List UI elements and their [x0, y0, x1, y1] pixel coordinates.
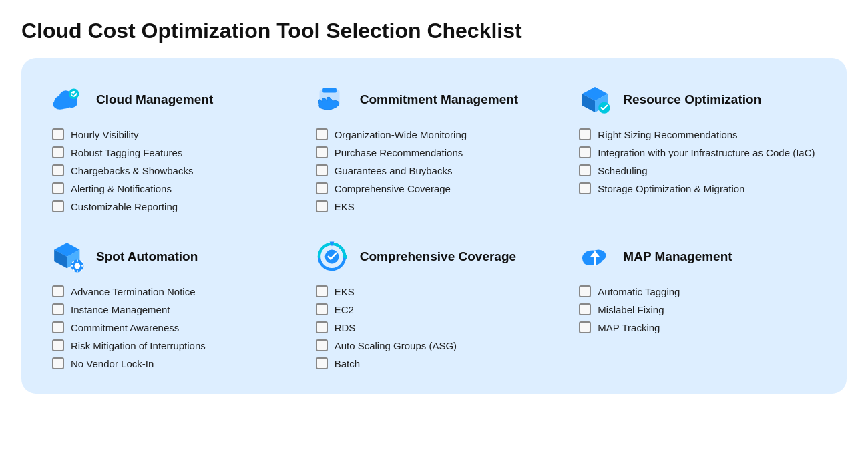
checkbox[interactable]	[52, 339, 64, 351]
page-title: Cloud Cost Optimization Tool Selection C…	[21, 19, 847, 43]
checklist-item-label: Alerting & Notifications	[71, 182, 172, 196]
section-title-cloud-management: Cloud Management	[96, 92, 213, 107]
map-icon	[576, 238, 614, 275]
checklist-item-label: Storage Optimization & Migration	[598, 182, 744, 196]
checklist-commitment-management: Organization-Wide MonitoringPurchase Rec…	[313, 128, 556, 214]
checklist-item-label: EKS	[335, 200, 355, 214]
checklist-item-label: Auto Scaling Groups (ASG)	[335, 339, 457, 353]
checklist-item-label: Risk Mitigation of Interruptions	[71, 339, 206, 353]
checklist-item-label: Advance Termination Notice	[71, 285, 196, 299]
list-item: RDS	[316, 321, 556, 335]
checklist-spot-automation: Advance Termination NoticeInstance Manag…	[49, 285, 292, 371]
checklist-item-label: Hourly Visibility	[71, 128, 138, 142]
list-item: Storage Optimization & Migration	[579, 182, 819, 196]
checklist-item-label: Integration with your Infrastructure as …	[598, 146, 815, 160]
checkbox[interactable]	[316, 182, 328, 194]
checklist-item-label: RDS	[335, 321, 356, 335]
list-item: Right Sizing Recommendations	[579, 128, 819, 142]
checkbox[interactable]	[579, 182, 591, 194]
checklist-cloud-management: Hourly VisibilityRobust Tagging Features…	[49, 128, 292, 214]
checklist-item-label: Right Sizing Recommendations	[598, 128, 737, 142]
checklist-item-label: Chargebacks & Showbacks	[71, 164, 193, 178]
checklist-item-label: Organization-Wide Monitoring	[335, 128, 467, 142]
section-title-map-management: MAP Management	[623, 249, 732, 264]
checkbox[interactable]	[316, 357, 328, 369]
list-item: Advance Termination Notice	[52, 285, 292, 299]
checklist-item-label: Batch	[335, 357, 360, 371]
section-comprehensive-coverage: Comprehensive CoverageEKSEC2RDSAuto Scal…	[306, 234, 562, 375]
checklist-item-label: EC2	[335, 303, 354, 317]
list-item: Organization-Wide Monitoring	[316, 128, 556, 142]
svg-rect-23	[81, 265, 83, 267]
list-item: Mislabel Fixing	[579, 303, 819, 317]
checklist-item-label: Robust Tagging Features	[71, 146, 182, 160]
list-item: EKS	[316, 285, 556, 299]
section-title-resource-optimization: Resource Optimization	[623, 92, 761, 107]
checkbox[interactable]	[52, 321, 64, 333]
checkbox[interactable]	[316, 128, 328, 140]
checkbox[interactable]	[52, 128, 64, 140]
checklist-item-label: Automatic Tagging	[598, 285, 680, 299]
svg-rect-34	[594, 255, 596, 266]
section-resource-optimization: Resource OptimizationRight Sizing Recomm…	[570, 77, 825, 218]
checkbox[interactable]	[316, 303, 328, 315]
list-item: Auto Scaling Groups (ASG)	[316, 339, 556, 353]
list-item: Comprehensive Coverage	[316, 182, 556, 196]
checklist-item-label: No Vendor Lock-In	[71, 357, 154, 371]
checklist-item-label: Scheduling	[598, 164, 647, 178]
section-cloud-management: Cloud ManagementHourly VisibilityRobust …	[43, 77, 298, 218]
list-item: Chargebacks & Showbacks	[52, 164, 292, 178]
checklist-card: Cloud ManagementHourly VisibilityRobust …	[21, 58, 847, 394]
resource-icon	[576, 81, 614, 118]
checkbox[interactable]	[52, 182, 64, 194]
checklist-item-label: Guarantees and Buybacks	[335, 164, 453, 178]
checklist-item-label: Mislabel Fixing	[598, 303, 664, 317]
list-item: Robust Tagging Features	[52, 146, 292, 160]
checkbox[interactable]	[52, 164, 64, 176]
checkbox[interactable]	[316, 339, 328, 351]
list-item: Customizable Reporting	[52, 200, 292, 214]
section-map-management: MAP ManagementAutomatic TaggingMislabel …	[570, 234, 825, 375]
list-item: EKS	[316, 200, 556, 214]
list-item: MAP Tracking	[579, 321, 819, 335]
checkbox[interactable]	[52, 285, 64, 297]
list-item: Alerting & Notifications	[52, 182, 292, 196]
checklist-item-label: MAP Tracking	[598, 321, 660, 335]
checklist-item-label: Customizable Reporting	[71, 200, 178, 214]
section-title-spot-automation: Spot Automation	[96, 249, 198, 264]
list-item: Instance Management	[52, 303, 292, 317]
checkbox[interactable]	[579, 321, 591, 333]
checkbox[interactable]	[52, 200, 64, 212]
checklist-item-label: Purchase Recommendations	[335, 146, 463, 160]
svg-rect-20	[77, 259, 78, 261]
checkbox[interactable]	[316, 321, 328, 333]
checklist-item-label: Commitment Awareness	[71, 321, 179, 335]
list-item: EC2	[316, 303, 556, 317]
checkbox[interactable]	[52, 303, 64, 315]
checkbox[interactable]	[316, 146, 328, 158]
checklist-comprehensive-coverage: EKSEC2RDSAuto Scaling Groups (ASG)Batch	[313, 285, 556, 371]
list-item: Hourly Visibility	[52, 128, 292, 142]
checkbox[interactable]	[316, 164, 328, 176]
checkbox[interactable]	[579, 303, 591, 315]
svg-rect-21	[77, 270, 78, 272]
svg-rect-22	[71, 265, 73, 267]
section-spot-automation: Spot AutomationAdvance Termination Notic…	[43, 234, 298, 375]
checkbox[interactable]	[579, 164, 591, 176]
checkbox[interactable]	[316, 285, 328, 297]
commit-icon	[313, 81, 351, 118]
svg-rect-8	[322, 88, 337, 93]
spot-icon	[49, 238, 87, 275]
cloud-icon	[49, 81, 87, 118]
checkbox[interactable]	[579, 285, 591, 297]
section-commitment-management: Commitment ManagementOrganization-Wide M…	[306, 77, 562, 218]
list-item: Guarantees and Buybacks	[316, 164, 556, 178]
checkbox[interactable]	[52, 357, 64, 369]
list-item: Purchase Recommendations	[316, 146, 556, 160]
list-item: Integration with your Infrastructure as …	[579, 146, 819, 160]
checkbox[interactable]	[579, 128, 591, 140]
checkbox[interactable]	[316, 200, 328, 212]
checkbox[interactable]	[52, 146, 64, 158]
checkbox[interactable]	[579, 146, 591, 158]
checklist-item-label: EKS	[335, 285, 355, 299]
